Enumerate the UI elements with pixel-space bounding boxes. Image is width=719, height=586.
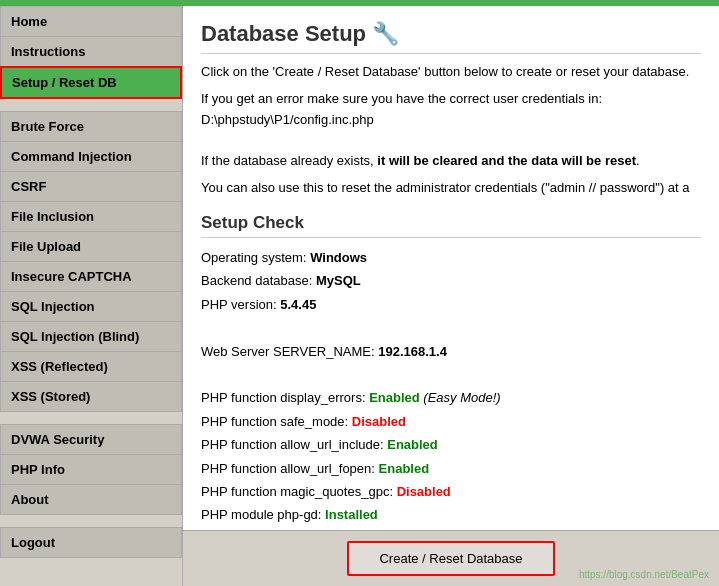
sidebar-item-about[interactable]: About bbox=[0, 484, 182, 515]
sidebar-item-logout[interactable]: Logout bbox=[0, 527, 182, 558]
page-title: Database Setup 🔧 bbox=[201, 21, 701, 54]
allow-url-include-row: PHP function allow_url_include: Enabled bbox=[201, 433, 701, 456]
allow-url-fopen-row: PHP function allow_url_fopen: Enabled bbox=[201, 457, 701, 480]
sidebar: Home Instructions Setup / Reset DB Brute… bbox=[0, 6, 183, 586]
php-row: PHP version: 5.4.45 bbox=[201, 293, 701, 316]
sidebar-item-brute-force[interactable]: Brute Force bbox=[0, 111, 182, 141]
sidebar-section-info: DVWA Security PHP Info About bbox=[0, 424, 182, 515]
sidebar-item-sql-injection[interactable]: SQL Injection bbox=[0, 291, 182, 321]
sidebar-item-command-injection[interactable]: Command Injection bbox=[0, 141, 182, 171]
db-row: Backend database: MySQL bbox=[201, 269, 701, 292]
sidebar-item-xss-reflected[interactable]: XSS (Reflected) bbox=[0, 351, 182, 381]
sidebar-item-setup-reset-db[interactable]: Setup / Reset DB bbox=[0, 66, 182, 99]
bottom-bar: Create / Reset Database https://blog.csd… bbox=[183, 530, 719, 586]
sidebar-item-sql-injection-blind[interactable]: SQL Injection (Blind) bbox=[0, 321, 182, 351]
intro-text-4: You can also use this to reset the admin… bbox=[201, 178, 701, 199]
safe-mode-row: PHP function safe_mode: Disabled bbox=[201, 410, 701, 433]
sidebar-item-home[interactable]: Home bbox=[0, 6, 182, 36]
watermark: https://blog.csdn.net/BeatPex bbox=[579, 569, 709, 580]
server-row: Web Server SERVER_NAME: 192.168.1.4 bbox=[201, 340, 701, 363]
sidebar-item-insecure-captcha[interactable]: Insecure CAPTCHA bbox=[0, 261, 182, 291]
wrench-icon: 🔧 bbox=[372, 21, 399, 46]
sidebar-divider-2 bbox=[0, 414, 182, 424]
sidebar-item-instructions[interactable]: Instructions bbox=[0, 36, 182, 66]
sidebar-item-xss-stored[interactable]: XSS (Stored) bbox=[0, 381, 182, 412]
sidebar-section-main: Home Instructions Setup / Reset DB bbox=[0, 6, 182, 99]
php-gd-row: PHP module php-gd: Installed bbox=[201, 503, 701, 526]
create-reset-database-button[interactable]: Create / Reset Database bbox=[347, 541, 554, 576]
display-errors-row: PHP function display_errors: Enabled (Ea… bbox=[201, 386, 701, 409]
sidebar-item-csrf[interactable]: CSRF bbox=[0, 171, 182, 201]
sidebar-item-file-upload[interactable]: File Upload bbox=[0, 231, 182, 261]
os-row: Operating system: Windows bbox=[201, 246, 701, 269]
intro-text-2: If you get an error make sure you have t… bbox=[201, 89, 701, 131]
main-content: Database Setup 🔧 Click on the 'Create / … bbox=[183, 6, 719, 530]
intro-text-3: If the database already exists, it will … bbox=[201, 151, 701, 172]
setup-check-table: Operating system: Windows Backend databa… bbox=[201, 246, 701, 530]
sidebar-section-logout: Logout bbox=[0, 527, 182, 558]
sidebar-section-vulnerabilities: Brute Force Command Injection CSRF File … bbox=[0, 111, 182, 412]
sidebar-divider-1 bbox=[0, 101, 182, 111]
sidebar-item-file-inclusion[interactable]: File Inclusion bbox=[0, 201, 182, 231]
sidebar-divider-3 bbox=[0, 517, 182, 527]
magic-quotes-row: PHP function magic_quotes_gpc: Disabled bbox=[201, 480, 701, 503]
intro-text-1: Click on the 'Create / Reset Database' b… bbox=[201, 62, 701, 83]
sidebar-item-dvwa-security[interactable]: DVWA Security bbox=[0, 424, 182, 454]
setup-check-title: Setup Check bbox=[201, 213, 701, 238]
sidebar-item-php-info[interactable]: PHP Info bbox=[0, 454, 182, 484]
